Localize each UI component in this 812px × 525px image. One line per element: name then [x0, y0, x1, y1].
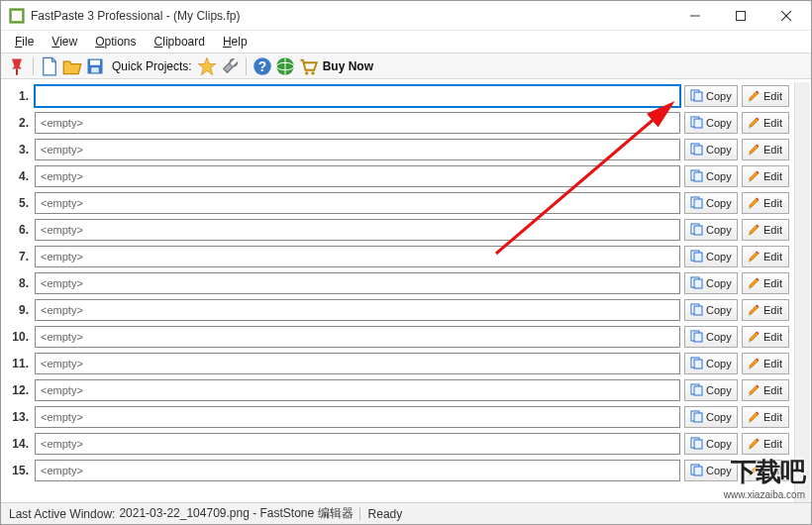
copy-button[interactable]: Copy	[684, 326, 738, 348]
copy-button[interactable]: Copy	[684, 460, 738, 481]
edit-button[interactable]: Edit	[742, 192, 789, 214]
clip-input[interactable]	[35, 353, 680, 374]
clip-input[interactable]	[35, 112, 680, 134]
edit-button[interactable]: Edit	[742, 85, 789, 107]
clip-input[interactable]	[35, 139, 680, 160]
titlebar: FastPaste 3 Professional - (My Clips.fp)	[1, 1, 811, 31]
wrench-icon[interactable]	[220, 56, 240, 76]
clip-row: 1.CopyEdit	[5, 82, 807, 109]
edit-button[interactable]: Edit	[742, 353, 789, 374]
svg-point-15	[305, 71, 308, 74]
copy-button[interactable]: Copy	[684, 165, 738, 187]
pencil-icon	[748, 196, 761, 209]
pencil-icon	[748, 303, 761, 316]
open-folder-icon[interactable]	[62, 56, 82, 76]
pencil-icon	[748, 223, 761, 236]
clip-input[interactable]	[35, 460, 680, 481]
pencil-icon	[748, 464, 761, 476]
clip-input[interactable]	[35, 165, 680, 187]
copy-label: Copy	[706, 251, 732, 262]
save-icon[interactable]	[85, 56, 105, 76]
svg-rect-3	[737, 11, 746, 20]
copy-button[interactable]: Copy	[684, 272, 738, 294]
copy-button[interactable]: Copy	[684, 379, 738, 401]
clip-input[interactable]	[35, 326, 680, 348]
globe-icon[interactable]	[275, 56, 295, 76]
edit-button[interactable]: Edit	[742, 406, 789, 428]
clip-input[interactable]	[35, 299, 680, 321]
copy-pages-icon	[690, 437, 703, 450]
edit-button[interactable]: Edit	[742, 246, 789, 267]
copy-button[interactable]: Copy	[684, 299, 738, 321]
copy-label: Copy	[706, 197, 732, 209]
help-icon[interactable]: ?	[253, 56, 272, 76]
clip-input[interactable]	[35, 219, 680, 241]
svg-rect-36	[694, 333, 702, 342]
maximize-button[interactable]	[718, 2, 763, 30]
status-ready: Ready	[359, 507, 403, 521]
clip-number: 15.	[7, 464, 31, 477]
clip-row: 9.CopyEdit	[5, 296, 807, 323]
minimize-button[interactable]	[672, 2, 718, 30]
copy-label: Copy	[706, 144, 732, 156]
menu-file[interactable]: File	[7, 33, 42, 51]
clip-row: 4.CopyEdit	[5, 162, 807, 189]
edit-button[interactable]: Edit	[742, 165, 789, 187]
menu-options[interactable]: Options	[87, 33, 144, 51]
star-icon[interactable]	[197, 56, 217, 76]
edit-button[interactable]: Edit	[742, 272, 789, 294]
copy-button[interactable]: Copy	[684, 246, 738, 267]
clip-number: 7.	[7, 250, 31, 263]
pencil-icon	[748, 116, 761, 129]
edit-button[interactable]: Edit	[742, 299, 789, 321]
svg-rect-24	[694, 172, 702, 181]
edit-label: Edit	[763, 170, 782, 182]
clip-row: 5.CopyEdit	[5, 189, 807, 216]
buy-now-button[interactable]: Buy Now	[323, 59, 373, 73]
svg-rect-1	[12, 11, 22, 21]
copy-button[interactable]: Copy	[684, 433, 738, 455]
edit-label: Edit	[763, 197, 782, 209]
copy-pages-icon	[690, 357, 703, 369]
clip-input[interactable]	[35, 192, 680, 214]
edit-label: Edit	[763, 117, 782, 129]
copy-label: Copy	[706, 331, 732, 343]
edit-button[interactable]: Edit	[742, 379, 789, 401]
copy-button[interactable]: Copy	[684, 219, 738, 241]
clip-input[interactable]	[35, 246, 680, 267]
clip-input[interactable]	[35, 379, 680, 401]
copy-button[interactable]: Copy	[684, 353, 738, 374]
menu-view[interactable]: View	[44, 33, 85, 51]
cart-icon[interactable]	[298, 56, 318, 76]
copy-button[interactable]: Copy	[684, 112, 738, 134]
edit-button[interactable]: Edit	[742, 433, 789, 455]
edit-button[interactable]: Edit	[742, 112, 789, 134]
new-file-icon[interactable]	[40, 56, 59, 76]
copy-button[interactable]: Copy	[684, 406, 738, 428]
toolbar: Quick Projects: ? Buy Now	[1, 53, 811, 79]
copy-pages-icon	[690, 464, 703, 476]
clip-input[interactable]	[35, 433, 680, 455]
quick-projects-label: Quick Projects:	[112, 59, 192, 73]
menu-help[interactable]: Help	[215, 33, 255, 51]
pin-icon[interactable]	[7, 56, 27, 76]
clip-input[interactable]	[35, 406, 680, 428]
edit-button[interactable]: Edit	[742, 139, 789, 160]
edit-button[interactable]: Edit	[742, 460, 789, 481]
svg-rect-26	[694, 199, 702, 208]
copy-pages-icon	[690, 383, 703, 396]
edit-button[interactable]: Edit	[742, 219, 789, 241]
clip-number: 12.	[7, 383, 31, 397]
clip-input[interactable]	[35, 272, 680, 294]
close-button[interactable]	[763, 2, 809, 30]
copy-label: Copy	[706, 438, 732, 450]
edit-button[interactable]: Edit	[742, 326, 789, 348]
copy-button[interactable]: Copy	[684, 139, 738, 160]
clip-row: 12.CopyEdit	[5, 376, 807, 403]
svg-rect-20	[694, 119, 702, 128]
menu-clipboard[interactable]: Clipboard	[147, 33, 213, 51]
copy-button[interactable]: Copy	[684, 192, 738, 214]
copy-button[interactable]: Copy	[684, 85, 738, 107]
edit-label: Edit	[763, 304, 782, 316]
clip-input[interactable]	[35, 85, 680, 107]
